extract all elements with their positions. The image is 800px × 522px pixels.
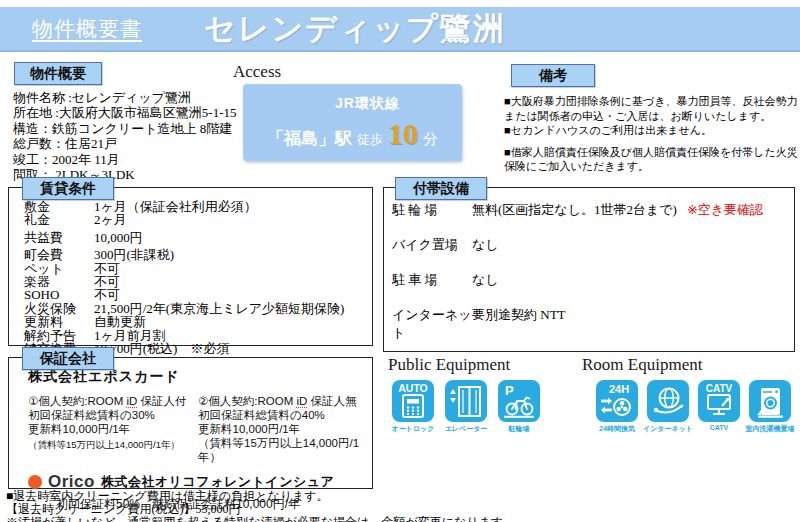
rental-row: 解約予告1ヶ月前月割 xyxy=(24,329,369,342)
property-overview-sheet: 物件概要書 セレンディップ鷺洲 物件概要 物件名称 :セレンディップ鷺洲 所在地… xyxy=(0,0,800,522)
equipment-item: 室内洗濯機置場 xyxy=(747,380,793,434)
remarks-heading: 備考 xyxy=(511,64,595,87)
facility-row: 駐 車 場 なし xyxy=(392,271,787,289)
equipment-item: CATV CATV xyxy=(696,380,742,434)
plan-with-guarantor: ①個人契約:ROOM iD 保証人付 初回保証料総賃料の30% 更新料10,00… xyxy=(28,394,196,464)
remarks-body: ■大阪府暴力団排除条例に基づき、暴力団員等、反社会勢力または関係者の申込・ご入居… xyxy=(504,94,798,174)
overview-row: 構造：鉄筋コンクリート造地上 8階建 xyxy=(13,121,238,136)
rental-row: 共益費10,000円 xyxy=(24,231,369,244)
orico-logo-text: Orico xyxy=(48,472,95,492)
orico-row: Orico 株式会社オリコフォレントインシュア xyxy=(28,472,366,492)
guarantor-plans: ①個人契約:ROOM iD 保証人付 初回保証料総賃料の30% 更新料10,00… xyxy=(28,394,366,464)
equipment-item: 24H 24時間換気 xyxy=(594,380,640,434)
room-equipment-icons: 24H 24時間換気 イン xyxy=(594,380,793,434)
access-station-line: 「福島」駅 徒歩 10 分 xyxy=(267,119,438,150)
header-band: 物件概要書 セレンディップ鷺洲 xyxy=(0,7,800,52)
svg-text:AUTO: AUTO xyxy=(398,382,428,394)
equipment-item: P 駐輪場 xyxy=(496,380,542,434)
equipment-item: エレベーター xyxy=(443,380,489,434)
rental-row: 町会費300円(非課税) xyxy=(24,248,369,261)
elevator-icon xyxy=(445,380,487,422)
svg-text:P: P xyxy=(505,383,514,398)
remarks-paragraph: ■セカンドハウスのご利用は出来ません。 xyxy=(504,123,798,138)
overview-row: 竣工：2002年 11月 xyxy=(13,152,238,167)
property-title: セレンディップ鷺洲 xyxy=(204,8,506,50)
overview-row: 物件名称 :セレンディップ鷺洲 xyxy=(13,90,238,105)
rental-row: 楽器不可 xyxy=(24,275,369,288)
overview-rows: 物件名称 :セレンディップ鷺洲 所在地 :大阪府大阪市福島区鷺洲5-1-15 構… xyxy=(13,90,238,182)
overview-row: 所在地 :大阪府大阪市福島区鷺洲5-1-15 xyxy=(13,105,238,120)
epos-company-name: 株式会社エポスカード xyxy=(28,368,366,386)
remarks-paragraph: ■大阪府暴力団排除条例に基づき、暴力団員等、反社会勢力または関係者の申込・ご入居… xyxy=(504,94,798,123)
ventilation-24h-icon: 24H xyxy=(596,380,638,422)
rental-row: 火災保険21,500円/2年(東京海上ミレア少額短期保険) xyxy=(24,302,369,315)
rental-row: 更新料自動更新 xyxy=(24,315,369,328)
orico-logo-icon xyxy=(28,475,42,489)
plan-without-guarantor: ②個人契約:ROOM iD 保証人無 初回保証料総賃料の40% 更新料10,00… xyxy=(198,394,366,464)
rental-heading: 賃貸条件 xyxy=(22,177,114,200)
remarks-paragraph: ■借家人賠償責任保険及び個人賠償責任保険を付帯した火災保険にご加入いただきます。 xyxy=(504,145,798,174)
room-id-mark: iD xyxy=(126,395,137,407)
public-equipment-icons: AUTO オートロック エレベーター xyxy=(390,380,542,434)
facilities-rows: 駐 輪 場 無料(区画指定なし。1世帯2台まで)※空き要確認 バイク置場 なし … xyxy=(392,201,787,359)
room-id-mark: iD xyxy=(296,395,307,407)
facility-row: インターネット 要別途契約 NTT xyxy=(392,306,787,342)
facility-row: バイク置場 なし xyxy=(392,236,787,254)
access-station: 「福島」駅 xyxy=(267,127,352,150)
overview-row: 総戸数：住居21戸 xyxy=(13,136,238,151)
rental-row: SOHO不可 xyxy=(24,288,369,301)
access-heading: Access xyxy=(233,62,281,82)
guarantor-heading: 保証会社 xyxy=(22,347,114,370)
svg-text:CATV: CATV xyxy=(706,383,733,394)
rental-rows: 敷金1ヶ月（保証会社利用必須） 礼金2ヶ月 共益費10,000円 町会費300円… xyxy=(24,200,369,355)
access-box: JR環状線 「福島」駅 徒歩 10 分 xyxy=(243,84,462,161)
access-line: JR環状線 xyxy=(335,95,400,113)
equipment-item: AUTO オートロック xyxy=(390,380,436,434)
overview-heading: 物件概要 xyxy=(14,62,102,85)
rental-row: 礼金2ヶ月 xyxy=(24,213,369,226)
internet-icon xyxy=(647,380,689,422)
doc-type-label: 物件概要書 xyxy=(32,15,142,43)
equipment-item: インターネット xyxy=(645,380,691,434)
rental-row: ペット不可 xyxy=(24,262,369,275)
access-walk-label: 徒歩 xyxy=(357,131,383,149)
footer-line: ※汚損が著しいなど、通常範囲を超える特別な清掃が必要な場合は、金額が変更になりま… xyxy=(6,516,786,522)
facility-row: 駐 輪 場 無料(区画指定なし。1世帯2台まで)※空き要確認 xyxy=(392,201,787,219)
bicycle-parking-icon: P xyxy=(498,380,540,422)
facilities-heading: 付帯設備 xyxy=(395,177,487,200)
rental-row: 敷金1ヶ月（保証会社利用必須） xyxy=(24,200,369,213)
access-minutes-unit: 分 xyxy=(423,130,438,149)
guarantor-content: 株式会社エポスカード ①個人契約:ROOM iD 保証人付 初回保証料総賃料の3… xyxy=(28,368,366,513)
orico-company-name: 株式会社オリコフォレントインシュア xyxy=(101,473,334,491)
washer-icon xyxy=(749,380,791,422)
auto-lock-icon: AUTO xyxy=(392,380,434,422)
access-minutes: 10 xyxy=(388,119,418,149)
catv-icon: CATV xyxy=(698,380,740,422)
orico-detail: 初回保証料50% 継続保証委託料10,000円/年 xyxy=(56,496,366,513)
svg-text:24H: 24H xyxy=(609,383,629,395)
availability-note: ※空き要確認 xyxy=(687,202,763,217)
